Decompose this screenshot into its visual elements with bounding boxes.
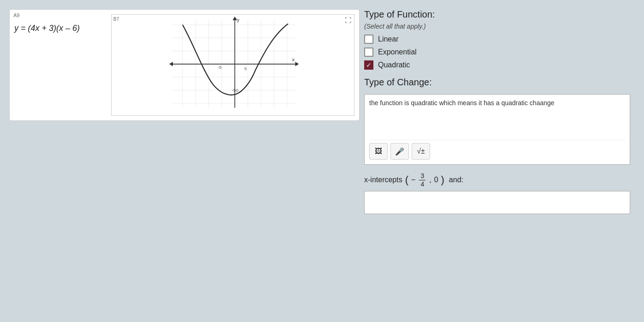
graph-svg: x y 5 -5 -50 [112, 15, 354, 115]
fraction-display: 3 4 [419, 172, 425, 188]
close-paren: ) [441, 174, 444, 186]
text-toolbar: 🖼 🎤 √± [369, 140, 625, 160]
sqrt-button[interactable]: √± [412, 143, 430, 160]
svg-text:-5: -5 [218, 65, 222, 70]
svg-marker-19 [233, 17, 236, 19]
image-insert-button[interactable]: 🖼 [369, 143, 388, 160]
checkbox-item-linear[interactable]: Linear [364, 35, 630, 44]
type-of-change-section: Type of Change: the function is quadrati… [364, 77, 630, 165]
point1-comma: , [429, 176, 431, 184]
x-intercepts-input[interactable] [364, 191, 630, 214]
svg-text:5: 5 [244, 66, 247, 71]
equation-area: y = (4x + 3)(x – 6) [14, 14, 106, 116]
checkbox-linear[interactable] [364, 35, 373, 44]
checkbox-linear-label: Linear [378, 35, 398, 43]
and-text: and: [449, 176, 463, 184]
checkbox-item-exponential[interactable]: Exponential [364, 48, 630, 57]
fraction-numerator: 3 [419, 172, 425, 180]
svg-marker-18 [295, 63, 298, 66]
x-intercepts-text: x-intercepts [364, 176, 402, 184]
svg-marker-20 [170, 63, 172, 66]
type-of-function-section: Type of Function: (Select all that apply… [364, 9, 630, 70]
checkbox-item-quadratic[interactable]: Quadratic [364, 60, 630, 70]
graph-area: B7 ⛶ [111, 14, 354, 116]
mic-button[interactable]: 🎤 [390, 143, 409, 160]
fraction-denominator: 4 [419, 180, 425, 188]
main-container: A9 y = (4x + 3)(x – 6) B7 ⛶ [0, 0, 644, 322]
type-of-function-subtitle: (Select all that apply.) [364, 23, 630, 30]
x-intercepts-section: x-intercepts ( − 3 4 , 0 ) and: [364, 172, 630, 214]
expand-icon[interactable]: ⛶ [345, 17, 351, 24]
sqrt-icon: √± [417, 147, 425, 155]
svg-text:x: x [292, 57, 295, 62]
point1-y: 0 [434, 176, 438, 184]
problem-card: A9 y = (4x + 3)(x – 6) B7 ⛶ [9, 9, 360, 121]
right-panel: Type of Function: (Select all that apply… [360, 9, 635, 214]
checkbox-exponential-label: Exponential [378, 48, 417, 56]
x-intercepts-label: x-intercepts ( − 3 4 , 0 ) and: [364, 172, 630, 188]
checkbox-group: Linear Exponential Quadratic [364, 35, 630, 70]
image-icon: 🖼 [375, 147, 382, 155]
mic-icon: 🎤 [395, 147, 404, 156]
svg-text:y: y [237, 17, 240, 23]
equation-display: y = (4x + 3)(x – 6) [14, 24, 106, 33]
checkbox-exponential[interactable] [364, 48, 373, 57]
svg-text:-50: -50 [232, 88, 239, 93]
left-panel: A9 y = (4x + 3)(x – 6) B7 ⛶ [9, 9, 360, 121]
minus-sign: − [411, 176, 415, 184]
type-of-change-text[interactable]: the function is quadratic which means it… [369, 99, 625, 136]
problem-label-a9: A9 [13, 12, 19, 18]
type-of-function-title: Type of Function: [364, 9, 630, 20]
graph-label-b7: B7 [113, 17, 119, 22]
type-of-change-textarea[interactable]: the function is quadratic which means it… [364, 94, 630, 165]
open-paren: ( [405, 174, 408, 186]
checkbox-quadratic-label: Quadratic [378, 61, 410, 69]
type-of-change-title: Type of Change: [364, 77, 630, 88]
checkbox-quadratic[interactable] [364, 60, 373, 70]
